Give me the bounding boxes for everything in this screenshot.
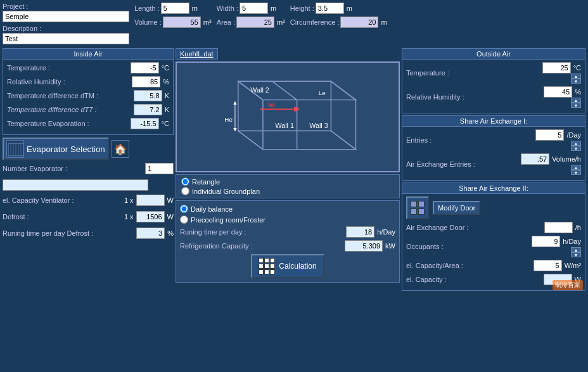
refrig-capacity-input[interactable] — [345, 240, 383, 252]
length-input[interactable] — [161, 3, 189, 14]
runtime-calc-unit: h/Day — [377, 228, 395, 236]
project-label: Project : — [3, 3, 129, 10]
outside-temp-up[interactable]: ▲ — [571, 74, 581, 79]
volume-unit: m³ — [203, 18, 212, 26]
outside-rh-group: % ▲ ▼ — [544, 86, 581, 108]
air-door-input[interactable] — [544, 222, 573, 233]
capacity-area-unit: W/m² — [565, 262, 581, 269]
dt7-input[interactable] — [134, 104, 162, 115]
defrost-input[interactable] — [136, 211, 165, 222]
modify-door-row: Modify Door — [406, 196, 581, 219]
num-evaporator-input[interactable] — [145, 163, 174, 174]
outside-rh-input[interactable] — [544, 86, 572, 98]
precooling-row: Precooling room/Froster — [180, 215, 395, 224]
evaporator-selection-button[interactable]: Evaporator Selection — [3, 138, 109, 160]
occupants-down[interactable]: ▼ — [571, 252, 581, 257]
entries-group: /Day ▲ ▼ — [535, 129, 581, 151]
evap-temp-input[interactable] — [131, 118, 159, 129]
occupants-spinner: ▲ ▼ — [571, 247, 581, 257]
capacity-vent-field: 1 x W — [124, 195, 174, 206]
el-capacity-label: el. Capacity : — [406, 276, 447, 283]
project-input[interactable]: Semple — [3, 11, 129, 22]
watermark: 制冷百家 — [553, 280, 583, 290]
capacity-area-field: W/m² — [534, 260, 581, 271]
capacity-vent-label: el. Capacity Ventilator : — [3, 196, 74, 204]
width-area-group: Width : m Area : m² — [217, 3, 285, 28]
precooling-radio[interactable] — [180, 215, 188, 224]
air-exchange-down[interactable]: ▼ — [571, 170, 581, 175]
height-unit: m — [347, 4, 352, 12]
runtime-calc-field: h/Day — [346, 226, 395, 238]
air-exchange-spinner: ▲ ▼ — [571, 165, 581, 175]
entries-unit: /Day — [566, 131, 581, 139]
air-exchange-entries-input[interactable] — [521, 153, 549, 165]
inside-rh-input[interactable] — [132, 76, 160, 87]
outside-air-content: Temperature : °C ▲ ▼ Relative Humidity : — [402, 60, 585, 113]
refrig-capacity-unit: kW — [385, 242, 395, 250]
svg-text:Wi: Wi — [268, 101, 275, 108]
length-unit: m — [192, 4, 198, 12]
outside-temp-field: °C — [542, 62, 581, 74]
height-input[interactable] — [316, 3, 344, 14]
filename-bar[interactable]: KuehlL.dat — [176, 48, 218, 60]
air-door-label: Air Exchange Door : — [406, 224, 468, 231]
modify-door-button[interactable]: Modify Door — [433, 201, 480, 215]
rectangle-radio[interactable] — [181, 177, 189, 186]
air-door-unit: /h — [575, 224, 581, 231]
capacity-vent-prefix: 1 x — [124, 196, 134, 204]
share-exchange-2-section: Share Air Exchange II: Modify Door Air — [402, 183, 585, 291]
middle-column: KuehlL.dat Wall 2 Wall 1 Wall 3 — [176, 48, 400, 369]
inside-temp-input[interactable] — [131, 62, 159, 74]
defrost-row: Defrost : 1 x W — [3, 211, 174, 222]
circumference-input[interactable] — [340, 16, 378, 28]
outside-rh-down[interactable]: ▼ — [571, 103, 581, 108]
dtm-label: Temperature difference dTM : — [7, 92, 98, 99]
outside-temp-input[interactable] — [542, 62, 571, 74]
circumference-label: Circumference : — [290, 18, 340, 26]
width-input[interactable] — [240, 3, 268, 14]
capacity-area-label: el. Capacity/Area : — [406, 262, 463, 269]
svg-text:Wall 3: Wall 3 — [309, 122, 328, 129]
entries-up[interactable]: ▲ — [571, 141, 581, 146]
daily-balance-radio[interactable] — [180, 205, 188, 213]
refrig-capacity-label: Refrigeration Capacity : — [180, 242, 253, 250]
runtime-calc-row: Runing time per day : h/Day — [180, 226, 395, 238]
outside-rh-field: % — [544, 86, 581, 98]
runtime-calc-input[interactable] — [346, 226, 374, 238]
occupants-row: Occupants : h/Day ▲ ▼ — [406, 236, 581, 257]
dtm-row: Temperature difference dTM : K — [7, 90, 169, 101]
num-evaporator-label: Number Evaporator : — [3, 165, 67, 172]
volume-label: Volume : — [134, 18, 162, 26]
defrost-unit: W — [167, 213, 174, 221]
inside-temp-field: °C — [131, 62, 169, 74]
entries-input[interactable] — [535, 129, 564, 141]
dtm-input[interactable] — [134, 90, 162, 101]
individual-radio[interactable] — [181, 187, 189, 195]
outside-temp-down[interactable]: ▼ — [571, 79, 581, 84]
capacity-vent-input[interactable] — [136, 195, 165, 206]
dtm-field: K — [134, 90, 169, 101]
desc-input[interactable]: Test — [3, 33, 129, 44]
room-diagram: Wall 2 Wall 1 Wall 3 Wi Le He — [176, 61, 400, 172]
evap-temp-unit: °C — [162, 120, 169, 127]
runtime-defrost-input[interactable] — [136, 228, 165, 239]
evaporator-model-input[interactable] — [3, 179, 148, 191]
entries-down[interactable]: ▼ — [571, 146, 581, 151]
height-row: Height : m — [290, 3, 387, 14]
refrig-capacity-field: kW — [345, 240, 395, 252]
area-input[interactable] — [236, 16, 274, 28]
evap-temp-label: Temperature Evaporation : — [7, 120, 89, 127]
occupants-input[interactable] — [532, 236, 560, 247]
volume-input[interactable] — [163, 16, 201, 28]
outside-rh-up[interactable]: ▲ — [571, 98, 581, 103]
capacity-area-input[interactable] — [534, 260, 562, 271]
occupants-up[interactable]: ▲ — [571, 247, 581, 252]
outside-rh-spinner: ▲ ▼ — [571, 98, 581, 108]
share-exchange-1-content: Entries : /Day ▲ ▼ Air Exchange Entries … — [402, 127, 585, 180]
width-unit: m — [271, 4, 276, 12]
individual-option: Individual Groundplan — [181, 187, 394, 195]
inside-rh-field: % — [132, 76, 169, 87]
calculation-button[interactable]: Calculation — [251, 254, 324, 278]
door-grid-icon — [411, 201, 425, 215]
air-exchange-up[interactable]: ▲ — [571, 165, 581, 170]
